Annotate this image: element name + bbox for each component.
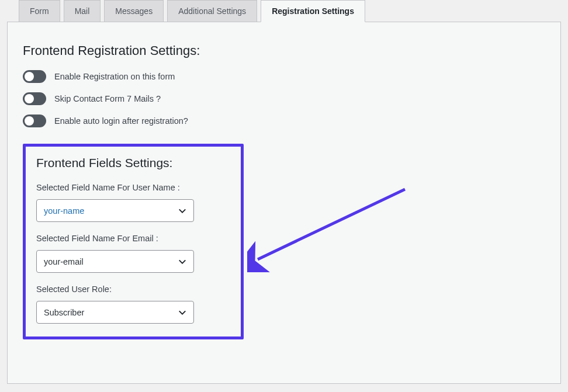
fields-settings-heading: Frontend Fields Settings:	[36, 156, 230, 170]
username-select-value: your-name	[44, 206, 84, 216]
username-field-label: Selected Field Name For User Name :	[36, 183, 230, 192]
annotation-arrow-icon	[247, 179, 417, 272]
chevron-down-icon	[178, 258, 186, 266]
fields-settings-section: Frontend Fields Settings: Selected Field…	[23, 144, 244, 339]
toggle-row-enable-registration: Enable Registration on this form	[23, 70, 544, 83]
chevron-down-icon	[178, 207, 186, 215]
skip-mails-toggle[interactable]	[23, 92, 46, 105]
field-group-username: Selected Field Name For User Name : your…	[36, 183, 230, 222]
tab-messages[interactable]: Messages	[104, 0, 164, 22]
svg-line-0	[258, 189, 405, 259]
tab-mail[interactable]: Mail	[64, 0, 101, 22]
auto-login-label: Enable auto login after registration?	[54, 116, 188, 126]
email-select-value: your-email	[44, 257, 84, 266]
tab-form[interactable]: Form	[19, 0, 60, 22]
role-select[interactable]: Subscriber	[36, 301, 194, 324]
enable-registration-toggle[interactable]	[23, 70, 46, 83]
chevron-down-icon	[178, 308, 186, 317]
settings-panel: Frontend Registration Settings: Enable R…	[7, 22, 561, 384]
email-field-label: Selected Field Name For Email :	[36, 234, 230, 243]
role-select-value: Subscriber	[44, 308, 84, 317]
registration-settings-heading: Frontend Registration Settings:	[23, 43, 544, 58]
enable-registration-label: Enable Registration on this form	[54, 72, 175, 81]
toggle-row-skip-mails: Skip Contact Form 7 Mails ?	[23, 92, 544, 105]
username-select[interactable]: your-name	[36, 199, 194, 222]
tab-registration-settings[interactable]: Registration Settings	[261, 0, 365, 22]
field-group-email: Selected Field Name For Email : your-ema…	[36, 234, 230, 273]
field-group-role: Selected User Role: Subscriber	[36, 285, 230, 324]
tab-additional-settings[interactable]: Additional Settings	[167, 0, 257, 22]
role-field-label: Selected User Role:	[36, 285, 230, 294]
skip-mails-label: Skip Contact Form 7 Mails ?	[54, 94, 161, 103]
toggle-knob-icon	[25, 94, 34, 103]
tabs-nav: Form Mail Messages Additional Settings R…	[0, 0, 568, 22]
toggle-knob-icon	[25, 116, 34, 126]
auto-login-toggle[interactable]	[23, 115, 46, 127]
toggle-row-auto-login: Enable auto login after registration?	[23, 115, 544, 127]
email-select[interactable]: your-email	[36, 250, 194, 273]
toggle-knob-icon	[25, 72, 34, 81]
